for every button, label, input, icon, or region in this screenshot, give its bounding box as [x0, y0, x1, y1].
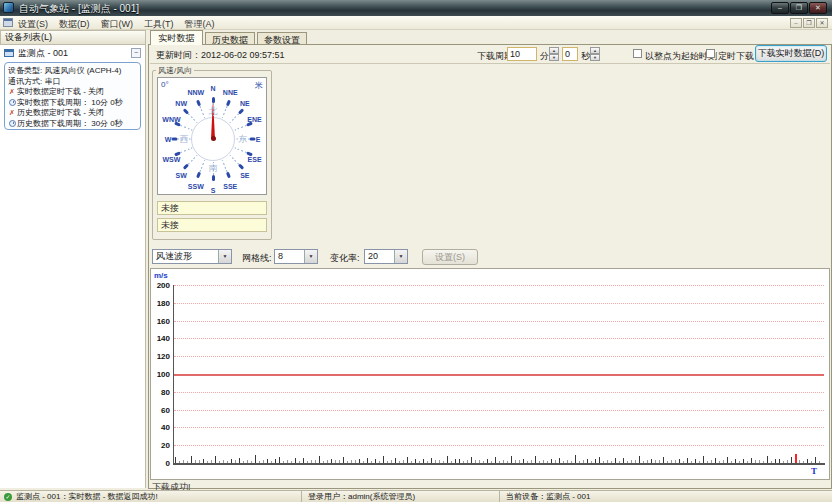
waveform-select[interactable]: 风速波形▼ [152, 249, 232, 264]
seconds-input[interactable]: 0 [562, 47, 578, 61]
device-info-line: 设备类型: 风速风向仪 (ACPH-4) [8, 66, 138, 77]
close-button[interactable]: ✕ [809, 2, 827, 14]
minimize-button[interactable]: – [771, 2, 789, 14]
x-ruler-tick [463, 461, 464, 463]
dir-label-s: S [211, 187, 216, 194]
x-ruler-tick [235, 460, 236, 463]
x-ruler-tick [179, 461, 180, 463]
x-ruler-tick [535, 456, 536, 463]
x-ruler-tick [175, 457, 176, 463]
status-bar: ✓ 监测点 - 001：实时数据 - 数据返回成功! 登录用户：admin(系统… [0, 490, 832, 502]
x-ruler-tick [379, 461, 380, 463]
success-check-icon: ✓ [4, 493, 12, 501]
spin-up-icon[interactable]: ▲ [590, 47, 600, 54]
x-ruler-tick [671, 460, 672, 463]
x-ruler-tick [383, 456, 384, 463]
rate-label: 变化率: [330, 252, 360, 265]
x-ruler-tick [251, 461, 252, 463]
x-ruler-tick [311, 460, 312, 463]
y-tick-label: 160 [151, 316, 170, 325]
download-realtime-button[interactable]: 下载实时数据(D) [755, 45, 827, 62]
compass-tick [171, 138, 177, 141]
x-ruler-tick [467, 460, 468, 463]
clock-icon [9, 120, 16, 127]
x-ruler-tick [475, 460, 476, 463]
x-ruler-tick [783, 461, 784, 463]
grid-line [174, 285, 824, 286]
device-list-header: 设备列表(L) [0, 30, 146, 45]
compass-radial-line [229, 113, 239, 123]
compass-radial-line [234, 125, 246, 131]
compass-corner-glyph: 米 [255, 80, 263, 91]
y-tick-label: 200 [151, 281, 170, 290]
minutes-stepper[interactable]: ▲▼ [549, 47, 559, 61]
chart-cursor-marker[interactable]: T [811, 466, 817, 476]
x-ruler-tick [507, 461, 508, 463]
x-ruler-tick [719, 461, 720, 463]
x-ruler-tick [339, 460, 340, 463]
mdi-minimize-button[interactable]: – [790, 18, 802, 28]
x-ruler-tick [611, 461, 612, 463]
grid-line [174, 427, 824, 428]
device-list-panel: 监测点 - 001 − 设备类型: 风速风向仪 (ACPH-4) 通讯方式: 串… [0, 45, 146, 488]
x-ruler-tick [371, 461, 372, 463]
x-ruler-tick [199, 460, 200, 463]
minutes-unit-label: 分 [540, 50, 549, 63]
x-ruler-tick [531, 460, 532, 463]
x-ruler-tick [291, 461, 292, 463]
x-ruler-tick [511, 456, 512, 463]
x-ruler-tick [555, 460, 556, 463]
tree-collapse-icon[interactable]: − [131, 48, 141, 58]
x-ruler-tick [679, 459, 680, 463]
x-ruler-tick [407, 457, 408, 463]
x-ruler-tick [367, 458, 368, 463]
x-ruler-tick [811, 461, 812, 463]
compass-radial-line [187, 113, 197, 123]
x-ruler-tick [239, 458, 240, 463]
x-ruler-tick [523, 459, 524, 463]
dir-label-nnw: NNW [187, 88, 204, 95]
start-on-hour-checkbox[interactable] [633, 49, 642, 58]
chevron-down-icon[interactable]: ▼ [304, 250, 317, 263]
x-ruler-tick [323, 461, 324, 463]
x-ruler-tick [283, 461, 284, 463]
y-tick-label: 40 [151, 423, 170, 432]
x-ruler-tick [559, 458, 560, 463]
toolbar-separator [150, 63, 830, 64]
minutes-input[interactable]: 10 [507, 47, 537, 61]
device-info-line: 实时数据下载周期： 10分 0秒 [8, 98, 138, 109]
spin-up-icon[interactable]: ▲ [549, 47, 559, 54]
grid-line [174, 356, 824, 357]
chevron-down-icon[interactable]: ▼ [218, 250, 231, 263]
timed-download-checkbox[interactable] [706, 49, 715, 58]
x-ruler-tick [703, 456, 704, 463]
grid-line [174, 303, 824, 304]
chevron-down-icon[interactable]: ▼ [394, 250, 407, 263]
dir-label-ne: NE [240, 99, 250, 106]
x-ruler-tick [799, 460, 800, 463]
dir-label-nw: NW [175, 99, 187, 106]
tab-realtime-data[interactable]: 实时数据 [150, 30, 203, 45]
device-tree-item[interactable]: 监测点 - 001 − [2, 47, 144, 60]
maximize-button[interactable]: ❐ [790, 2, 808, 14]
x-ruler-tick [487, 459, 488, 463]
chart-y-axis-unit: m/s [154, 271, 168, 280]
x-ruler-tick [423, 459, 424, 463]
x-ruler-tick [219, 461, 220, 463]
seconds-stepper[interactable]: ▲▼ [590, 47, 600, 61]
rate-select[interactable]: 20▼ [364, 249, 408, 264]
x-ruler-tick [439, 460, 440, 463]
x-ruler-tick [639, 456, 640, 463]
x-ruler-tick [419, 461, 420, 463]
gridline-select[interactable]: 8▼ [274, 249, 318, 264]
spin-down-icon[interactable]: ▼ [590, 54, 600, 61]
x-ruler-tick [227, 461, 228, 463]
spin-down-icon[interactable]: ▼ [549, 54, 559, 61]
title-bar[interactable]: 自动气象站 - [监测点 - 001] – ❐ ✕ [0, 0, 832, 16]
x-ruler-tick [539, 461, 540, 463]
x-ruler-tick [691, 461, 692, 463]
grid-line [174, 410, 824, 411]
compass-radial-line [180, 125, 192, 131]
mdi-close-button[interactable]: ✕ [816, 18, 828, 28]
mdi-restore-button[interactable]: ❐ [803, 18, 815, 28]
